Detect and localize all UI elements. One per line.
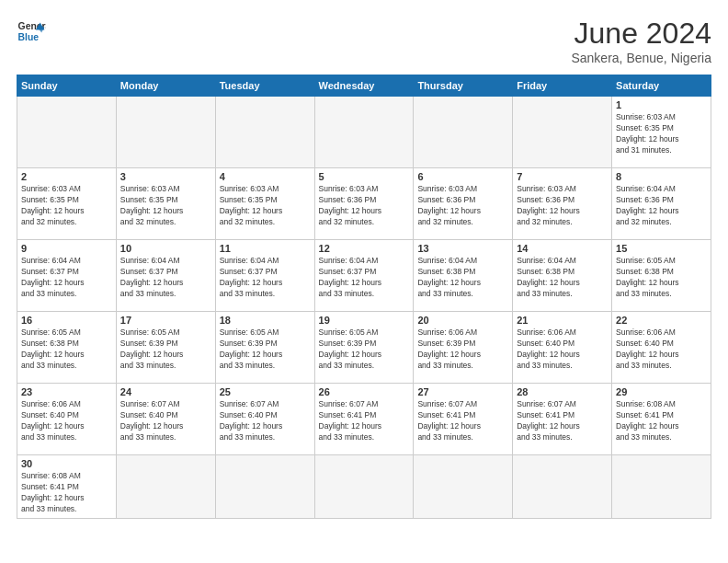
day-4: 4 Sunrise: 6:03 AMSunset: 6:35 PMDayligh… bbox=[215, 168, 314, 240]
empty-cell bbox=[215, 97, 314, 168]
header-friday: Friday bbox=[513, 75, 612, 97]
day-11: 11 Sunrise: 6:04 AMSunset: 6:37 PMDaylig… bbox=[215, 240, 314, 312]
day-26: 26 Sunrise: 6:07 AMSunset: 6:41 PMDaylig… bbox=[314, 384, 414, 455]
header: General Blue June 2024 Sankera, Benue, N… bbox=[17, 17, 711, 65]
week-row-1: 1 Sunrise: 6:03 AMSunset: 6:35 PMDayligh… bbox=[17, 97, 711, 168]
title-section: June 2024 Sankera, Benue, Nigeria bbox=[571, 17, 711, 65]
day-27: 27 Sunrise: 6:07 AMSunset: 6:41 PMDaylig… bbox=[414, 384, 513, 455]
header-tuesday: Tuesday bbox=[215, 75, 314, 97]
empty-cell bbox=[116, 455, 215, 519]
location-subtitle: Sankera, Benue, Nigeria bbox=[571, 51, 711, 65]
day-16: 16 Sunrise: 6:05 AMSunset: 6:38 PMDaylig… bbox=[17, 312, 117, 384]
week-row-4: 16 Sunrise: 6:05 AMSunset: 6:38 PMDaylig… bbox=[17, 312, 711, 384]
header-monday: Monday bbox=[116, 75, 215, 97]
day-29: 29 Sunrise: 6:08 AMSunset: 6:41 PMDaylig… bbox=[612, 384, 711, 455]
day-30: 30 Sunrise: 6:08 AMSunset: 6:41 PMDaylig… bbox=[17, 455, 117, 519]
day-10: 10 Sunrise: 6:04 AMSunset: 6:37 PMDaylig… bbox=[116, 240, 215, 312]
week-row-5: 23 Sunrise: 6:06 AMSunset: 6:40 PMDaylig… bbox=[17, 384, 711, 455]
day-22: 22 Sunrise: 6:06 AMSunset: 6:40 PMDaylig… bbox=[612, 312, 711, 384]
weekday-header-row: Sunday Monday Tuesday Wednesday Thursday… bbox=[17, 75, 711, 97]
day-17: 17 Sunrise: 6:05 AMSunset: 6:39 PMDaylig… bbox=[116, 312, 215, 384]
day-5: 5 Sunrise: 6:03 AMSunset: 6:36 PMDayligh… bbox=[314, 168, 414, 240]
day-18: 18 Sunrise: 6:05 AMSunset: 6:39 PMDaylig… bbox=[215, 312, 314, 384]
day-6: 6 Sunrise: 6:03 AMSunset: 6:36 PMDayligh… bbox=[414, 168, 513, 240]
day-21: 21 Sunrise: 6:06 AMSunset: 6:40 PMDaylig… bbox=[513, 312, 612, 384]
header-saturday: Saturday bbox=[612, 75, 711, 97]
logo: General Blue bbox=[17, 17, 46, 46]
empty-cell bbox=[314, 455, 414, 519]
day-2: 2 Sunrise: 6:03 AMSunset: 6:35 PMDayligh… bbox=[17, 168, 117, 240]
day-12: 12 Sunrise: 6:04 AMSunset: 6:37 PMDaylig… bbox=[314, 240, 414, 312]
week-row-6: 30 Sunrise: 6:08 AMSunset: 6:41 PMDaylig… bbox=[17, 455, 711, 519]
day-15: 15 Sunrise: 6:05 AMSunset: 6:38 PMDaylig… bbox=[612, 240, 711, 312]
header-thursday: Thursday bbox=[414, 75, 513, 97]
day-19: 19 Sunrise: 6:05 AMSunset: 6:39 PMDaylig… bbox=[314, 312, 414, 384]
empty-cell bbox=[414, 97, 513, 168]
day-9: 9 Sunrise: 6:04 AMSunset: 6:37 PMDayligh… bbox=[17, 240, 117, 312]
day-14: 14 Sunrise: 6:04 AMSunset: 6:38 PMDaylig… bbox=[513, 240, 612, 312]
day-23: 23 Sunrise: 6:06 AMSunset: 6:40 PMDaylig… bbox=[17, 384, 117, 455]
empty-cell bbox=[215, 455, 314, 519]
logo-icon: General Blue bbox=[17, 17, 46, 46]
header-sunday: Sunday bbox=[17, 75, 117, 97]
svg-text:Blue: Blue bbox=[18, 32, 40, 42]
day-8: 8 Sunrise: 6:04 AMSunset: 6:36 PMDayligh… bbox=[612, 168, 711, 240]
empty-cell bbox=[116, 97, 215, 168]
day-24: 24 Sunrise: 6:07 AMSunset: 6:40 PMDaylig… bbox=[116, 384, 215, 455]
week-row-3: 9 Sunrise: 6:04 AMSunset: 6:37 PMDayligh… bbox=[17, 240, 711, 312]
day-3: 3 Sunrise: 6:03 AMSunset: 6:35 PMDayligh… bbox=[116, 168, 215, 240]
day-1: 1 Sunrise: 6:03 AMSunset: 6:35 PMDayligh… bbox=[612, 97, 711, 168]
empty-cell bbox=[513, 455, 612, 519]
day-7: 7 Sunrise: 6:03 AMSunset: 6:36 PMDayligh… bbox=[513, 168, 612, 240]
calendar-table: Sunday Monday Tuesday Wednesday Thursday… bbox=[17, 75, 711, 519]
day-25: 25 Sunrise: 6:07 AMSunset: 6:40 PMDaylig… bbox=[215, 384, 314, 455]
empty-cell bbox=[612, 455, 711, 519]
empty-cell bbox=[414, 455, 513, 519]
empty-cell bbox=[513, 97, 612, 168]
month-year-title: June 2024 bbox=[571, 17, 711, 51]
empty-cell bbox=[314, 97, 414, 168]
header-wednesday: Wednesday bbox=[314, 75, 414, 97]
day-28: 28 Sunrise: 6:07 AMSunset: 6:41 PMDaylig… bbox=[513, 384, 612, 455]
calendar-page: General Blue June 2024 Sankera, Benue, N… bbox=[0, 0, 728, 563]
empty-cell bbox=[17, 97, 117, 168]
day-20: 20 Sunrise: 6:06 AMSunset: 6:39 PMDaylig… bbox=[414, 312, 513, 384]
week-row-2: 2 Sunrise: 6:03 AMSunset: 6:35 PMDayligh… bbox=[17, 168, 711, 240]
day-13: 13 Sunrise: 6:04 AMSunset: 6:38 PMDaylig… bbox=[414, 240, 513, 312]
